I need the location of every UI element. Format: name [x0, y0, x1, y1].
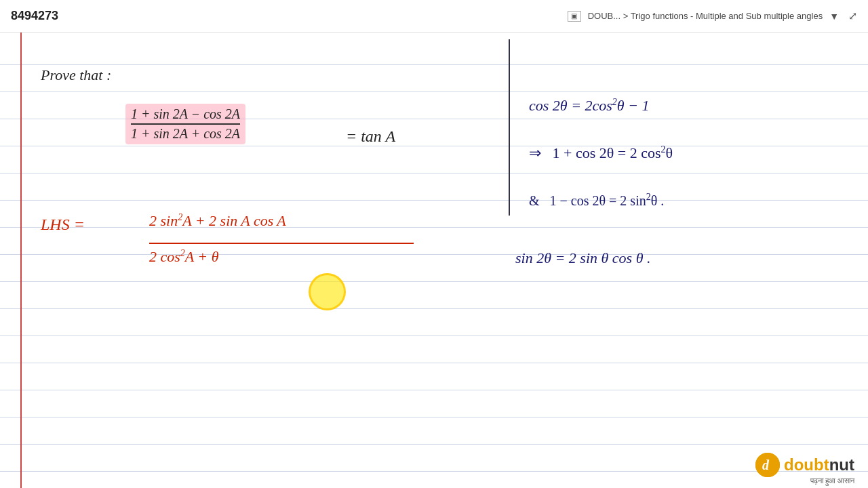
arrow1-formula: ⇒ 1 + cos 2θ = 2 cos2θ — [529, 144, 673, 162]
cos-formula: cos 2θ = 2cos2θ − 1 — [529, 97, 649, 115]
content-area: Prove that : 1 + sin 2A − cos 2A 1 + sin… — [0, 33, 868, 488]
doubtnut-icon: d — [755, 453, 780, 477]
breadcrumb-text: DOUB... > Trigo functions - Multiple and… — [588, 11, 823, 21]
doubtnut-logo: d doubtnut — [755, 453, 854, 477]
lhs-numerator: 2 sin2A + 2 sin A cos A — [149, 212, 286, 230]
equals-tana: = tan A — [346, 127, 395, 146]
fraction-container: 1 + sin 2A − cos 2A 1 + sin 2A + cos 2A — [125, 104, 245, 144]
prove-that-label: Prove that : — [41, 66, 111, 84]
margin-line — [20, 33, 22, 488]
question-id: 8494273 — [11, 9, 58, 23]
lhs-label: LHS = — [41, 216, 85, 234]
expand-icon[interactable]: ⤢ — [848, 9, 857, 22]
cursor-circle — [309, 273, 346, 310]
lhs-denominator: 2 cos2A + θ — [149, 248, 219, 266]
doubt-text: doubt — [784, 455, 829, 474]
arrow2-formula: & 1 − cos 2θ = 2 sin2θ . — [529, 192, 664, 209]
svg-text:d: d — [762, 458, 770, 472]
sin-formula: sin 2θ = 2 sin θ cos θ . — [515, 249, 650, 267]
nut-text: nut — [829, 455, 854, 474]
fraction-bar — [131, 123, 240, 125]
topbar: 8494273 ▣ DOUB... > Trigo functions - Mu… — [0, 0, 868, 33]
doubtnut-tagline: पढ़ना हुआ आसान — [810, 476, 854, 485]
fraction-highlight: 1 + sin 2A − cos 2A 1 + sin 2A + cos 2A — [125, 104, 245, 144]
numerator: 1 + sin 2A − cos 2A — [131, 106, 240, 122]
denominator: 1 + sin 2A + cos 2A — [131, 126, 240, 142]
chevron-down-icon[interactable]: ▼ — [829, 11, 839, 22]
lhs-fraction-bar — [149, 243, 414, 244]
breadcrumb-area: ▣ DOUB... > Trigo functions - Multiple a… — [568, 9, 857, 22]
window-icon: ▣ — [568, 11, 581, 22]
divider-line — [509, 39, 510, 216]
